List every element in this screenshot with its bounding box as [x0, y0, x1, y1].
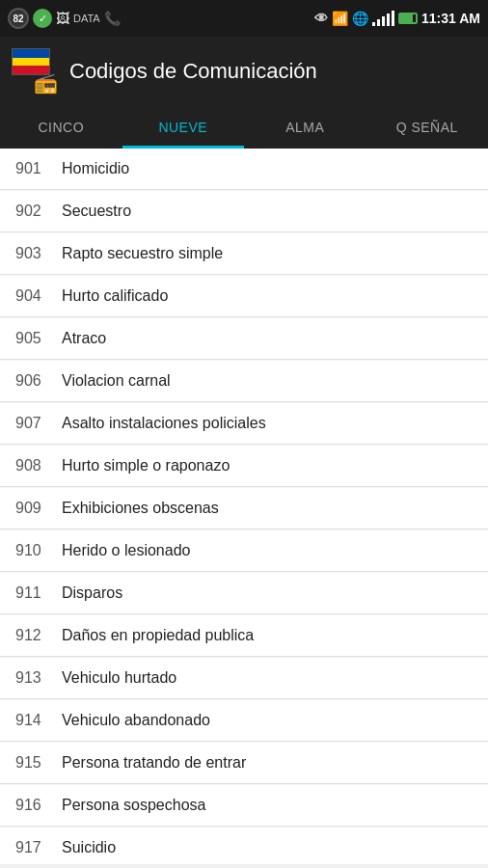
item-code: 914 — [15, 712, 62, 729]
list-item[interactable]: 907Asalto instalaciones policiales — [0, 403, 488, 445]
item-code: 917 — [15, 839, 62, 856]
list-item[interactable]: 915Persona tratando de entrar — [0, 743, 488, 784]
call-icon: 📞 — [104, 11, 121, 26]
item-code: 911 — [15, 584, 62, 602]
list-item[interactable]: 916Persona sospechosa — [0, 785, 488, 827]
item-code: 903 — [15, 245, 62, 262]
item-description: Hurto calificado — [62, 287, 168, 305]
battery-icon — [398, 13, 418, 24]
item-description: Homicidio — [62, 160, 129, 177]
check-icon: ✓ — [33, 9, 52, 28]
network-icon: 🌐 — [352, 11, 368, 26]
item-description: Secuestro — [62, 203, 131, 220]
item-code: 905 — [15, 330, 62, 347]
status-right-icons: 👁 📶 🌐 11:31 AM — [314, 11, 480, 26]
item-code: 916 — [15, 797, 62, 814]
battery-level: 82 — [8, 8, 29, 29]
list-item[interactable]: 903Rapto secuestro simple — [0, 233, 488, 275]
status-bar: 82 ✓ 🖼 DATA 📞 👁 📶 🌐 11:31 AM — [0, 0, 488, 37]
list-item[interactable]: 904Hurto calificado — [0, 276, 488, 317]
content-list: 901Homicidio902Secuestro903Rapto secuest… — [0, 149, 488, 864]
item-description: Vehiculo hurtado — [62, 669, 176, 687]
item-description: Herido o lesionado — [62, 542, 190, 559]
list-item[interactable]: 908Hurto simple o raponazo — [0, 446, 488, 487]
list-item[interactable]: 902Secuestro — [0, 191, 488, 232]
list-item[interactable]: 913Vehiculo hurtado — [0, 658, 488, 699]
list-item[interactable]: 910Herido o lesionado — [0, 530, 488, 572]
flag-stripe-blue — [13, 49, 49, 58]
wifi-icon: 📶 — [332, 11, 348, 26]
signal-bars — [372, 11, 394, 26]
list-item[interactable]: 912Daños en propiedad publica — [0, 615, 488, 657]
time-display: 11:31 AM — [421, 11, 480, 26]
item-description: Disparos — [62, 584, 122, 602]
list-item[interactable]: 901Homicidio — [0, 149, 488, 190]
list-item[interactable]: 914Vehiculo abandonado — [0, 700, 488, 742]
tab-alma[interactable]: ALMA — [244, 106, 366, 149]
signal-bar-3 — [382, 16, 385, 26]
item-description: Rapto secuestro simple — [62, 245, 223, 262]
item-code: 904 — [15, 287, 62, 305]
list-item[interactable]: 909Exhibiciones obscenas — [0, 488, 488, 529]
item-description: Violacion carnal — [62, 372, 171, 390]
image-icon: 🖼 — [56, 11, 69, 26]
tab-qsenal[interactable]: Q SEÑAL — [366, 106, 489, 149]
list-item[interactable]: 905Atraco — [0, 318, 488, 360]
tab-cinco[interactable]: CINCO — [0, 106, 122, 149]
item-description: Asalto instalaciones policiales — [62, 415, 266, 432]
eye-icon: 👁 — [314, 11, 328, 26]
item-code: 901 — [15, 160, 62, 177]
item-description: Vehiculo abandonado — [62, 712, 210, 729]
app-title: Codigos de Comunicación — [69, 59, 317, 84]
item-code: 902 — [15, 203, 62, 220]
item-description: Hurto simple o raponazo — [62, 457, 230, 475]
signal-bar-2 — [377, 19, 380, 26]
item-code: 908 — [15, 457, 62, 475]
item-description: Daños en propiedad publica — [62, 627, 254, 644]
data-icon: DATA — [73, 13, 100, 24]
item-description: Persona sospechosa — [62, 797, 205, 814]
signal-bar-1 — [372, 22, 375, 26]
signal-bar-5 — [392, 11, 394, 26]
status-left-icons: 82 ✓ 🖼 DATA 📞 — [8, 8, 121, 29]
item-description: Exhibiciones obscenas — [62, 500, 219, 517]
item-code: 906 — [15, 372, 62, 390]
app-icon: 📻 — [12, 48, 58, 95]
radio-device-icon: 📻 — [34, 71, 58, 95]
list-item[interactable]: 906Violacion carnal — [0, 361, 488, 402]
signal-bar-4 — [387, 14, 390, 26]
flag-stripe-yellow — [13, 58, 49, 67]
list-item[interactable]: 917Suicidio — [0, 827, 488, 864]
tab-nueve[interactable]: NUEVE — [122, 106, 245, 149]
item-description: Atraco — [62, 330, 106, 347]
item-code: 915 — [15, 754, 62, 772]
item-code: 907 — [15, 415, 62, 432]
item-description: Persona tratando de entrar — [62, 754, 246, 772]
battery-fill — [400, 14, 413, 22]
tabs-container: CINCO NUEVE ALMA Q SEÑAL — [0, 106, 488, 149]
item-description: Suicidio — [62, 839, 116, 856]
item-code: 913 — [15, 669, 62, 687]
app-bar: 📻 Codigos de Comunicación — [0, 37, 488, 106]
item-code: 910 — [15, 542, 62, 559]
item-code: 912 — [15, 627, 62, 644]
list-item[interactable]: 911Disparos — [0, 573, 488, 614]
item-code: 909 — [15, 500, 62, 517]
